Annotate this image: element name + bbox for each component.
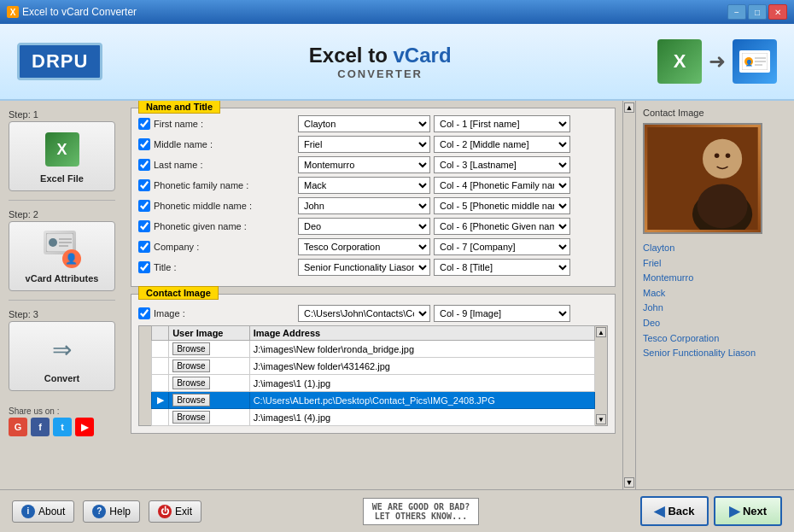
field-row-title: Title : Senior Functionality Liason Col … xyxy=(138,259,608,276)
lastname-col-select[interactable]: Col - 3 [Lastname] xyxy=(434,156,570,173)
title-checkbox[interactable] xyxy=(138,261,150,273)
contact-phonetic-family: Mack xyxy=(643,286,787,301)
back-arrow-icon: ◀ xyxy=(654,503,664,519)
app-title-area: Excel to vCard CONVERTER xyxy=(309,44,452,80)
minimize-button[interactable]: − xyxy=(727,4,746,20)
col-arrow-header xyxy=(152,326,169,341)
browse-button-1[interactable]: Browse xyxy=(172,342,209,355)
browse-cell: Browse xyxy=(169,409,250,426)
middlename-select[interactable]: Friel xyxy=(298,136,430,153)
name-panel-header: Name and Title xyxy=(138,101,220,114)
table-row: Browse J:\images\New folder\431462.jpg xyxy=(152,358,595,375)
phonetic-given-select[interactable]: Deo xyxy=(298,218,430,235)
phonetic-family-col-select[interactable]: Col - 4 [Phonetic Family nam… xyxy=(434,177,570,194)
title-col-select[interactable]: Col - 8 [Title] xyxy=(434,259,570,276)
middlename-checkbox[interactable] xyxy=(138,138,150,150)
scroll-down-arrow[interactable]: ▼ xyxy=(596,414,606,424)
middlename-col-select[interactable]: Col - 2 [Middle name] xyxy=(434,136,570,153)
google-share-icon[interactable]: G xyxy=(9,418,27,436)
contact-title: Senior Functionality Liason xyxy=(643,346,787,361)
facebook-share-icon[interactable]: f xyxy=(31,418,50,436)
content-area: Name and Title First name : Clayton Col … xyxy=(124,101,622,489)
field-row-phonetic-middle: Phonetic middle name : John Col - 5 [Pho… xyxy=(138,197,608,214)
phonetic-middle-select[interactable]: John xyxy=(298,197,430,214)
col-image-address-header: Image Address xyxy=(249,326,594,341)
app-header: DRPU Excel to vCard CONVERTER X ➜ 👤 xyxy=(0,24,794,101)
firstname-col-select[interactable]: Col - 1 [First name] xyxy=(434,115,570,132)
step2-box[interactable]: 👤 vCard Attributes xyxy=(9,221,115,291)
youtube-share-icon[interactable]: ▶ xyxy=(75,418,94,436)
title-select[interactable]: Senior Functionality Liason xyxy=(298,259,430,276)
image-col-select[interactable]: Col - 9 [Image] xyxy=(434,305,570,322)
browse-button-4[interactable]: Browse xyxy=(172,394,209,406)
company-col-select[interactable]: Col - 7 [Company] xyxy=(434,238,570,255)
phonetic-middle-col-select[interactable]: Col - 5 [Phonetic middle nam… xyxy=(434,197,570,214)
contact-phonetic-given: Deo xyxy=(643,316,787,331)
maximize-button[interactable]: □ xyxy=(748,4,767,20)
step1-box[interactable]: X Excel File xyxy=(9,121,115,191)
row-arrow-cell xyxy=(152,409,169,426)
browse-cell: Browse xyxy=(169,375,250,392)
feedback-line2: LET OTHERS KNOW... xyxy=(372,512,470,521)
row-arrow-cell xyxy=(152,341,169,358)
svg-point-7 xyxy=(49,238,57,247)
company-checkbox[interactable] xyxy=(138,241,150,253)
contact-phonetic-middle: John xyxy=(643,301,787,316)
phonetic-family-checkbox[interactable] xyxy=(138,179,150,191)
name-panel-rows: First name : Clayton Col - 1 [First name… xyxy=(138,112,608,276)
image-checkbox[interactable] xyxy=(138,307,150,319)
lastname-select[interactable]: Montemurro xyxy=(298,156,430,173)
firstname-checkbox[interactable] xyxy=(138,118,150,130)
phonetic-middle-checkbox[interactable] xyxy=(138,200,150,212)
image-path-select[interactable]: C:\Users\John\Contacts\Co xyxy=(298,305,430,322)
field-row-middlename: Middle name : Friel Col - 2 [Middle name… xyxy=(138,136,608,153)
phonetic-middle-label: Phonetic middle name : xyxy=(154,201,295,211)
header-icons: X ➜ 👤 xyxy=(657,39,777,84)
back-button[interactable]: ◀ Back xyxy=(640,496,709,526)
twitter-share-icon[interactable]: t xyxy=(53,418,72,436)
image-label: Image : xyxy=(154,308,295,319)
close-button[interactable]: ✕ xyxy=(768,4,787,20)
next-label: Next xyxy=(743,505,767,517)
title-controls: − □ ✕ xyxy=(727,4,787,20)
browse-button-2[interactable]: Browse xyxy=(172,360,209,372)
step1-label: Step: 1 X Excel File xyxy=(9,109,115,191)
about-icon: i xyxy=(21,505,35,518)
next-arrow-icon: ▶ xyxy=(729,503,739,519)
row-arrow-cell: ▶ xyxy=(152,392,169,409)
vcard-icon: 👤 xyxy=(733,39,777,84)
content-scroll-up[interactable]: ▲ xyxy=(624,102,634,113)
app-main-title: Excel to vCard xyxy=(309,44,452,67)
firstname-select[interactable]: Clayton xyxy=(298,115,430,132)
title-label: Title : xyxy=(154,262,295,272)
lastname-label: Last name : xyxy=(154,160,295,170)
table-row: Browse J:\images\1 (4).jpg xyxy=(152,409,595,426)
content-scroll-bar[interactable]: ▲ ▼ xyxy=(622,101,636,489)
svg-point-17 xyxy=(726,153,731,158)
phonetic-given-checkbox[interactable] xyxy=(138,220,150,232)
browse-button-5[interactable]: Browse xyxy=(172,411,209,424)
next-button[interactable]: ▶ Next xyxy=(714,496,782,526)
help-label: Help xyxy=(109,506,131,517)
contact-image-panel: Contact Image Image : C:\Users\John\Cont… xyxy=(131,294,616,434)
help-button[interactable]: ? Help xyxy=(83,500,140,523)
step3-label: Step: 3 ⇒ Convert xyxy=(9,309,115,391)
sidebar: Step: 1 X Excel File Step: 2 xyxy=(0,101,124,489)
phonetic-family-select[interactable]: Mack xyxy=(298,177,430,194)
table-right-scroll[interactable]: ▲ ▼ xyxy=(595,325,608,426)
name-panel-title: Name and Title xyxy=(138,101,220,114)
lastname-checkbox[interactable] xyxy=(138,159,150,171)
browse-button-3[interactable]: Browse xyxy=(172,377,209,389)
feedback-banner[interactable]: WE ARE GOOD OR BAD? LET OTHERS KNOW... xyxy=(363,498,479,525)
company-select[interactable]: Tesco Corporation xyxy=(298,238,430,255)
exit-button[interactable]: ⏻ Exit xyxy=(149,500,201,523)
contact-image-label: Contact Image xyxy=(643,108,787,118)
step3-box[interactable]: ⇒ Convert xyxy=(9,321,115,391)
scroll-up-arrow[interactable]: ▲ xyxy=(596,327,606,337)
browse-cell: Browse xyxy=(169,392,250,409)
window-title: Excel to vCard Converter xyxy=(22,6,137,18)
about-button[interactable]: i About xyxy=(12,500,74,523)
phonetic-given-col-select[interactable]: Col - 6 [Phonetic Given nam… xyxy=(434,218,570,235)
app-icon: X xyxy=(7,6,19,18)
content-scroll-down[interactable]: ▼ xyxy=(624,477,634,488)
